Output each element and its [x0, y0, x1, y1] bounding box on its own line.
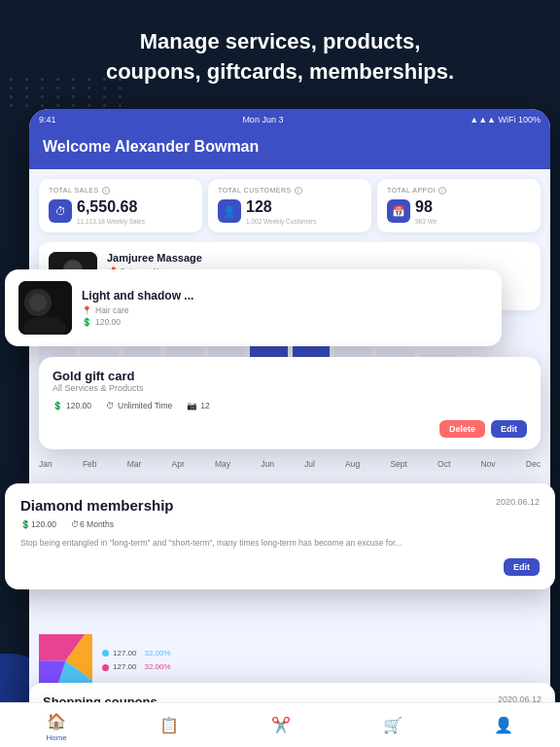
month-jul: Jul — [304, 459, 315, 469]
stat-value-row-customers: 👤 128 1,002 Weekly Customers — [218, 198, 362, 225]
profile-icon: 👤 — [494, 716, 513, 734]
list-icon: 📋 — [159, 716, 179, 734]
membership-actions: Edit — [20, 558, 540, 576]
legend-item-2: 127.00 32.00% — [102, 660, 171, 674]
pie-legend: 127.00 32.00% 127.00 32.00% — [102, 647, 171, 675]
gift-price: 💲120.00 — [52, 401, 91, 410]
light-shadow-price: 💲120.00 — [82, 317, 193, 327]
stat-card-sales: TOTAL SALES i ⏱ 6,550.68 11,113.18 Weekl… — [39, 179, 202, 232]
month-dec: Dec — [526, 459, 541, 469]
gift-card-meta: 💲120.00 ⏱Unlimited Time 📷12 — [52, 401, 527, 410]
gift-delete-button[interactable]: Delete — [439, 420, 485, 438]
stat-label-sales: TOTAL SALES i — [49, 187, 192, 195]
month-nov: Nov — [480, 459, 495, 469]
stat-sub-customers: 1,002 Weekly Customers — [246, 218, 317, 225]
welcome-header: Welcome Alexander Bowman — [29, 130, 550, 169]
stat-icon-sales: ⏱ — [49, 199, 72, 223]
legend-dot-2 — [102, 664, 109, 671]
light-shadow-title: Light and shadow ... — [82, 289, 193, 302]
nav-item-shop[interactable]: 🛒 — [383, 716, 402, 737]
status-date: Mon Jun 3 — [242, 115, 283, 124]
nav-item-list[interactable]: 📋 — [159, 716, 179, 737]
main-container: 9:41 Mon Jun 3 ▲▲▲ WiFi 100% Welcome Ale… — [0, 109, 560, 747]
shop-icon: 🛒 — [383, 716, 402, 734]
stats-row: TOTAL SALES i ⏱ 6,550.68 11,113.18 Weekl… — [29, 169, 550, 242]
light-shadow-img-inner — [18, 281, 72, 335]
gift-card-subtitle: All Services & Products — [52, 383, 527, 393]
nav-item-scissors[interactable]: ✂️ — [271, 716, 291, 737]
scissors-icon: ✂️ — [271, 716, 291, 734]
pie-chart-area: 127.00 32.00% 127.00 32.00% — [39, 634, 171, 688]
svg-point-6 — [29, 294, 47, 311]
month-axis: Jan Feb Mar Apr May Jun Jul Aug Sept Oct… — [39, 459, 541, 469]
membership-header: Diamond membership 2020.06.12 — [20, 497, 540, 514]
nav-label-home: Home — [46, 733, 66, 742]
svg-point-10 — [42, 637, 89, 685]
light-shadow-img — [18, 281, 72, 335]
membership-edit-button[interactable]: Edit — [504, 558, 540, 576]
stat-card-customers: TOTAL CUSTOMERS i 👤 128 1,002 Weekly Cus… — [208, 179, 371, 232]
stat-value-appoint: 98 — [415, 198, 437, 216]
stat-value-row-appoint: 📅 98 983 We — [387, 198, 531, 225]
gift-card-actions: Delete Edit — [52, 420, 527, 438]
stat-card-appoint: TOTAL APPOI i 📅 98 983 We — [377, 179, 541, 232]
stat-label-customers: TOTAL CUSTOMERS i — [218, 187, 362, 195]
status-bar: 9:41 Mon Jun 3 ▲▲▲ WiFi 100% — [29, 109, 550, 130]
gift-time: ⏱Unlimited Time — [106, 401, 172, 410]
info-icon-appoint: i — [438, 187, 446, 195]
month-apr: Apr — [172, 459, 185, 469]
info-icon-customers: i — [295, 187, 302, 195]
gift-card-title: Gold gift card — [52, 369, 527, 383]
status-icons: ▲▲▲ WiFi 100% — [470, 115, 541, 124]
stat-value-sales: 6,550.68 — [77, 198, 145, 216]
month-mar: Mar — [127, 459, 142, 469]
stat-sub-sales: 11,113.18 Weekly Sales — [77, 218, 145, 225]
dot-pattern-left — [10, 78, 128, 107]
membership-title: Diamond membership — [20, 497, 174, 514]
nav-item-profile[interactable]: 👤 — [494, 716, 513, 737]
welcome-title: Welcome Alexander Bowman — [43, 138, 537, 156]
membership-description: Stop being entangled in "long-term" and … — [20, 537, 540, 550]
stat-value-row-sales: ⏱ 6,550.68 11,113.18 Weekly Sales — [49, 198, 192, 225]
gift-count: 📷12 — [187, 401, 209, 410]
home-icon: 🏠 — [47, 712, 66, 730]
membership-meta: 💲120.00 ⏱6 Months — [20, 519, 540, 529]
stat-value-customers: 128 — [246, 198, 317, 216]
light-shadow-info: Light and shadow ... 📍Hair care 💲120.00 — [82, 289, 193, 327]
membership-date: 2020.06.12 — [496, 497, 540, 507]
pie-chart — [39, 634, 92, 688]
stat-sub-appoint: 983 We — [415, 218, 437, 225]
service-title: Jamjuree Massage — [107, 252, 202, 264]
membership-duration: ⏱6 Months — [71, 519, 114, 529]
month-aug: Aug — [345, 459, 360, 469]
month-jan: Jan — [39, 459, 52, 469]
light-shadow-category: 📍Hair care — [82, 305, 193, 315]
legend-item-1: 127.00 32.00% — [102, 647, 171, 660]
membership-card: Diamond membership 2020.06.12 💲120.00 ⏱6… — [5, 483, 555, 590]
status-time: 9:41 — [39, 115, 56, 124]
month-oct: Oct — [438, 459, 450, 469]
month-jun: Jun — [261, 459, 274, 469]
light-shadow-card: Light and shadow ... 📍Hair care 💲120.00 — [5, 269, 502, 346]
month-sept: Sept — [390, 459, 407, 469]
month-feb: Feb — [83, 459, 97, 469]
legend-dot-1 — [102, 650, 109, 657]
stat-label-appoint: TOTAL APPOI i — [387, 187, 531, 195]
info-icon-sales: i — [102, 187, 110, 195]
month-may: May — [215, 459, 230, 469]
stat-icon-appoint: 📅 — [387, 199, 410, 223]
gift-edit-button[interactable]: Edit — [491, 420, 527, 438]
stat-icon-customers: 👤 — [218, 199, 241, 223]
gift-card: Gold gift card All Services & Products 💲… — [39, 357, 541, 449]
bottom-nav: 🏠 Home 📋 ✂️ 🛒 👤 — [0, 702, 560, 747]
nav-item-home[interactable]: 🏠 Home — [46, 712, 66, 742]
membership-price: 💲120.00 — [20, 519, 56, 529]
